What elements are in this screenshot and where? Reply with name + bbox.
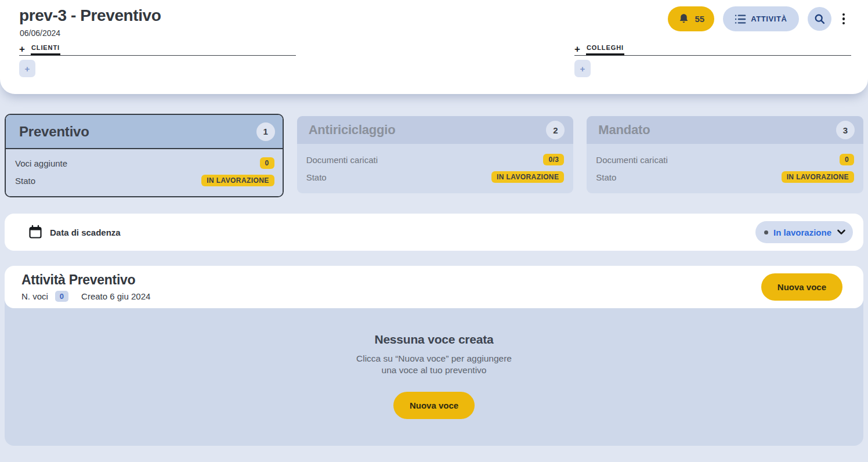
calendar-icon[interactable] — [28, 225, 43, 240]
card-antiriciclaggio-body: Documenti caricati 0/3 Stato IN LAVORAZI… — [297, 144, 574, 193]
document-date: 06/06/2024 — [20, 28, 60, 38]
page: prev-3 - Preventivo 06/06/2024 55 — [0, 0, 868, 462]
card-mandato-header: Mandato 3 — [587, 116, 863, 144]
card-preventivo-header: Preventivo 1 — [6, 115, 283, 149]
card-step-badge: 2 — [546, 121, 565, 139]
stat-label: Stato — [15, 176, 35, 186]
deadline-bar: Data di scadenza In lavorazione — [5, 214, 863, 251]
card-title: Antiriciclaggio — [309, 122, 396, 138]
add-colleague-icon[interactable]: + — [574, 44, 580, 54]
stat-value-badge: 0/3 — [543, 154, 564, 165]
empty-state-new-voice-button[interactable]: Nuova voce — [393, 392, 475, 419]
card-preventivo-body: Voci aggiunte 0 Stato IN LAVORAZIONE — [6, 149, 283, 196]
bell-icon — [678, 13, 690, 25]
card-antiriciclaggio-header: Antiriciclaggio 2 — [297, 116, 574, 144]
stat-label: Documenti caricati — [306, 155, 378, 165]
card-antiriciclaggio[interactable]: Antiriciclaggio 2 Documenti caricati 0/3… — [297, 116, 574, 193]
voices-label: N. voci — [21, 291, 48, 301]
empty-state: Nessuna voce creata Clicca su “Nuova voc… — [5, 308, 863, 446]
colleagues-label: COLLEGHI — [586, 44, 624, 55]
stat-value-badge: 0 — [260, 157, 274, 169]
notifications-button[interactable]: 55 — [668, 6, 714, 31]
stat-label: Stato — [306, 172, 327, 182]
list-icon — [735, 14, 746, 24]
status-badge: IN LAVORAZIONE — [491, 171, 564, 183]
card-step-badge: 3 — [836, 121, 855, 139]
header-actions: 55 ATTIVITÀ — [668, 6, 847, 31]
workflow-cards: Preventivo 1 Voci aggiunte 0 Stato IN LA… — [5, 114, 863, 197]
status-badge: IN LAVORAZIONE — [782, 171, 854, 183]
add-client-button[interactable]: + — [19, 60, 35, 77]
more-menu-button[interactable] — [840, 10, 848, 28]
status-dot-icon — [764, 230, 768, 234]
colleagues-section-head: + COLLEGHI — [574, 43, 851, 56]
notification-count: 55 — [695, 14, 704, 24]
stat-label: Stato — [596, 172, 616, 182]
stat-label: Documenti caricati — [596, 155, 667, 165]
empty-state-line1: Clicca su “Nuova voce” per aggiungere — [356, 353, 512, 364]
add-client-icon[interactable]: + — [19, 44, 25, 54]
card-stat-row: Stato IN LAVORAZIONE — [15, 175, 274, 186]
search-icon — [813, 13, 826, 25]
activity-panel-title: Attività Preventivo — [21, 272, 150, 288]
empty-state-subtitle: Clicca su “Nuova voce” per aggiungere un… — [356, 353, 512, 376]
empty-state-line2: una voce al tuo preventivo — [356, 364, 512, 376]
created-date: Creato 6 giu 2024 — [81, 291, 150, 301]
card-step-badge: 1 — [256, 122, 275, 141]
card-stat-row: Stato IN LAVORAZIONE — [596, 171, 854, 183]
clients-section-head: + CLIENTI — [19, 43, 296, 56]
voices-count-badge: 0 — [55, 291, 68, 302]
colleagues-section: + COLLEGHI + — [574, 43, 851, 77]
card-stat-row: Documenti caricati 0/3 — [306, 154, 565, 165]
card-stat-row: Voci aggiunte 0 — [15, 157, 274, 169]
activity-button[interactable]: ATTIVITÀ — [723, 6, 798, 31]
card-title: Mandato — [598, 122, 650, 138]
deadline-label: Data di scadenza — [50, 228, 121, 237]
status-filter-value: In lavorazione — [773, 228, 831, 237]
card-mandato[interactable]: Mandato 3 Documenti caricati 0 Stato IN … — [587, 116, 863, 193]
card-title: Preventivo — [19, 124, 89, 140]
card-stat-row: Documenti caricati 0 — [596, 154, 854, 165]
new-voice-button[interactable]: Nuova voce — [761, 273, 842, 301]
empty-state-title: Nessuna voce creata — [374, 333, 493, 346]
stat-value-badge: 0 — [840, 154, 854, 165]
status-filter-dropdown[interactable]: In lavorazione — [755, 221, 853, 243]
card-mandato-body: Documenti caricati 0 Stato IN LAVORAZION… — [587, 144, 863, 193]
stat-label: Voci aggiunte — [15, 158, 67, 168]
activity-panel-meta: N. voci 0 Creato 6 giu 2024 — [21, 291, 150, 302]
clients-section: + CLIENTI + — [19, 43, 296, 77]
status-badge: IN LAVORAZIONE — [201, 175, 274, 186]
header: prev-3 - Preventivo 06/06/2024 55 — [0, 0, 868, 94]
activity-button-label: ATTIVITÀ — [751, 15, 787, 23]
card-preventivo[interactable]: Preventivo 1 Voci aggiunte 0 Stato IN LA… — [5, 114, 284, 197]
chevron-down-icon — [837, 229, 846, 236]
activity-panel-header: Attività Preventivo N. voci 0 Creato 6 g… — [5, 266, 863, 308]
activity-panel: Attività Preventivo N. voci 0 Creato 6 g… — [5, 266, 863, 446]
clients-label: CLIENTI — [31, 44, 60, 55]
card-stat-row: Stato IN LAVORAZIONE — [306, 171, 565, 183]
page-title: prev-3 - Preventivo — [19, 6, 161, 25]
activity-panel-titles: Attività Preventivo N. voci 0 Creato 6 g… — [21, 272, 150, 302]
search-button[interactable] — [808, 7, 831, 31]
add-colleague-button[interactable]: + — [574, 60, 591, 77]
